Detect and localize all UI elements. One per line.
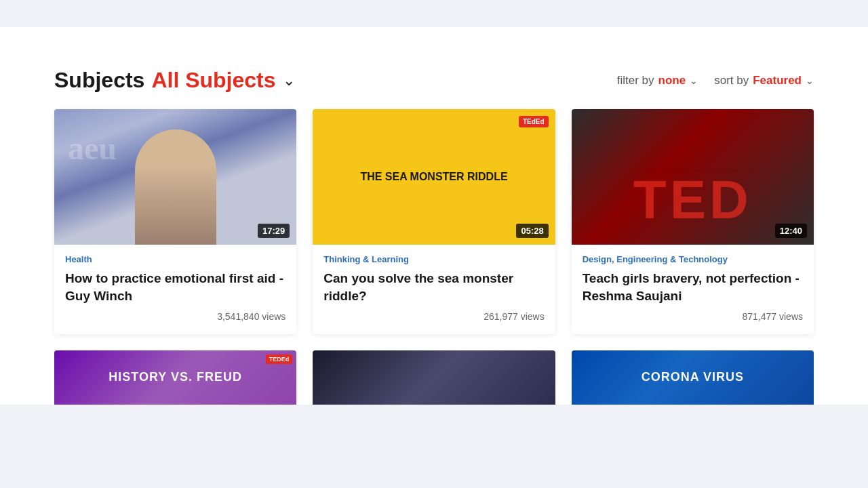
filter-chevron-icon: ⌄ xyxy=(690,75,698,86)
video-views-health: 3,541,840 views xyxy=(65,311,285,322)
filter-sort-controls: filter by none ⌄ sort by Featured ⌄ xyxy=(617,74,814,87)
sort-value: Featured xyxy=(753,74,802,87)
sort-label: sort by xyxy=(714,74,749,87)
thumbnail-bravery: 12:40 xyxy=(572,109,814,245)
content-area: Subjects All Subjects ⌄ filter by none ⌄… xyxy=(0,27,868,405)
filter-control[interactable]: filter by none ⌄ xyxy=(617,74,698,87)
bottom-preview-lady[interactable] xyxy=(313,350,555,405)
page-wrapper: Subjects All Subjects ⌄ filter by none ⌄… xyxy=(0,0,868,488)
video-title-riddle: Can you solve the sea monster riddle? xyxy=(323,270,544,304)
freud-thumb-text: HISTORY VS. FREUD xyxy=(108,370,242,385)
video-info-bravery: Design, Engineering & Technology Teach g… xyxy=(572,245,814,334)
thumbnail-health: 17:29 xyxy=(54,109,296,245)
sort-chevron-icon: ⌄ xyxy=(806,75,814,86)
filter-label: filter by xyxy=(617,74,654,87)
video-card-riddle[interactable]: THE SEA MONSTER RIDDLE TEdEd 05:28 Think… xyxy=(313,109,555,334)
subjects-title: Subjects All Subjects ⌄ xyxy=(54,68,295,93)
duration-badge-health: 17:29 xyxy=(258,224,290,238)
video-title-bravery: Teach girls bravery, not perfection - Re… xyxy=(583,270,803,304)
bottom-preview-freud[interactable]: HISTORY VS. FREUD TEDEd xyxy=(54,350,296,405)
bottom-preview-corona[interactable]: CORONA VIRUS xyxy=(572,350,814,405)
subjects-label: Subjects xyxy=(54,68,144,93)
subjects-chevron-icon[interactable]: ⌄ xyxy=(283,72,295,89)
bottom-row-previews: HISTORY VS. FREUD TEDEd CORONA VIRUS xyxy=(54,350,814,405)
thumbnail-riddle: THE SEA MONSTER RIDDLE TEdEd 05:28 xyxy=(313,109,555,245)
header-controls: Subjects All Subjects ⌄ filter by none ⌄… xyxy=(54,47,814,109)
video-category-riddle[interactable]: Thinking & Learning xyxy=(323,254,544,264)
video-info-health: Health How to practice emotional first a… xyxy=(54,245,296,334)
video-card-bravery[interactable]: 12:40 Design, Engineering & Technology T… xyxy=(572,109,814,334)
video-views-bravery: 871,477 views xyxy=(583,311,803,322)
duration-badge-riddle: 05:28 xyxy=(516,224,548,238)
video-card-health[interactable]: 17:29 Health How to practice emotional f… xyxy=(54,109,296,334)
ted-badge-icon: TEdEd xyxy=(519,116,549,127)
video-title-health: How to practice emotional first aid - Gu… xyxy=(65,270,285,304)
video-category-bravery[interactable]: Design, Engineering & Technology xyxy=(583,254,803,264)
corona-thumb-text: CORONA VIRUS xyxy=(642,370,744,385)
video-grid: 17:29 Health How to practice emotional f… xyxy=(54,109,814,334)
ted-badge-freud-icon: TEDEd xyxy=(266,354,293,364)
duration-badge-bravery: 12:40 xyxy=(775,224,807,238)
video-info-riddle: Thinking & Learning Can you solve the se… xyxy=(313,245,555,334)
filter-value: none xyxy=(658,74,686,87)
sea-monster-title-text: THE SEA MONSTER RIDDLE xyxy=(360,170,507,184)
sort-control[interactable]: sort by Featured ⌄ xyxy=(714,74,814,87)
top-bar xyxy=(0,0,868,27)
video-views-riddle: 261,977 views xyxy=(323,311,544,322)
subjects-value[interactable]: All Subjects xyxy=(151,68,275,93)
video-category-health[interactable]: Health xyxy=(65,254,285,264)
